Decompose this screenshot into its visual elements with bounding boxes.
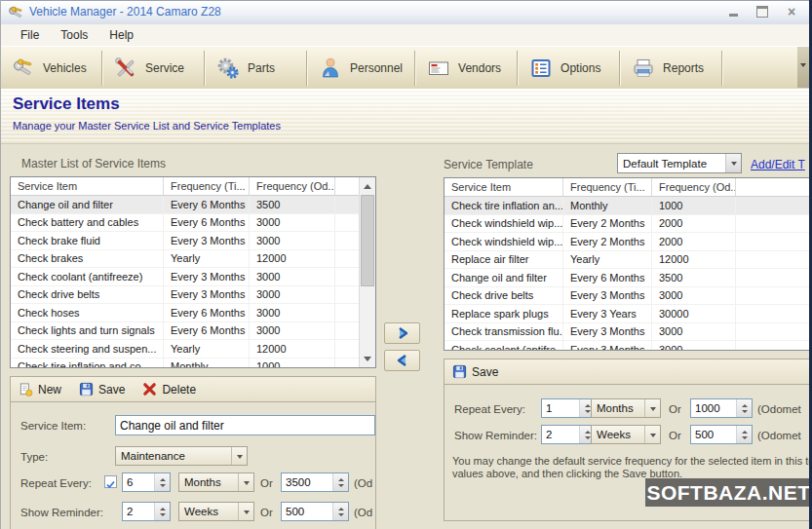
- toolbar-overflow-button[interactable]: [797, 47, 809, 88]
- add-edit-templates-link[interactable]: Add/Edit T: [751, 158, 805, 171]
- maximize-button[interactable]: [755, 5, 769, 19]
- printer-icon: [632, 57, 655, 80]
- stepper-arrows-icon[interactable]: [154, 503, 170, 520]
- reminder-odometer-stepper[interactable]: 500: [281, 502, 349, 521]
- menu-file[interactable]: File: [10, 26, 50, 44]
- scrollbar-thumb[interactable]: [361, 195, 374, 286]
- stepper-arrows-icon[interactable]: [736, 426, 752, 443]
- column-header[interactable]: Frequency (Od...: [250, 177, 335, 195]
- new-label: New: [38, 383, 61, 397]
- template-reminder-unit-dropdown[interactable]: Weeks: [591, 425, 661, 444]
- table-row[interactable]: Change oil and filterEvery 6 Months3500: [445, 269, 812, 287]
- stepper-arrows-icon[interactable]: [332, 473, 348, 491]
- repeat-checkbox[interactable]: [104, 475, 117, 488]
- scroll-down-icon[interactable]: [360, 351, 375, 367]
- table-row[interactable]: Replace spark plugsEvery 3 Years30000: [445, 305, 812, 323]
- repeat-odometer-stepper[interactable]: 3500: [281, 472, 349, 492]
- repeat-value-stepper[interactable]: 6: [122, 472, 171, 492]
- save-floppy-icon: [452, 364, 467, 379]
- template-table-body: Check tire inflation an...Monthly1000Che…: [445, 197, 812, 350]
- type-dropdown[interactable]: Maintenance: [115, 446, 248, 466]
- table-row[interactable]: Check tire inflation and co...Monthly100…: [11, 359, 359, 368]
- move-left-button[interactable]: [384, 350, 420, 371]
- table-row[interactable]: Check hosesEvery 6 Months3000: [11, 304, 359, 322]
- table-row[interactable]: Check tire inflation an...Monthly1000: [445, 197, 812, 215]
- template-repeat-stepper[interactable]: 1: [541, 398, 596, 418]
- repeat-unit-dropdown[interactable]: Months: [178, 472, 254, 492]
- parts-button[interactable]: Parts: [205, 50, 306, 87]
- reminder-value: 2: [123, 503, 154, 520]
- template-repeat-unit-dropdown[interactable]: Months: [591, 398, 661, 418]
- scroll-up-icon[interactable]: [360, 177, 375, 194]
- table-cell: [335, 232, 359, 249]
- column-header[interactable]: Frequency (Od...: [652, 178, 736, 196]
- stepper-arrows-icon[interactable]: [736, 399, 752, 417]
- service-button[interactable]: Service: [102, 50, 204, 87]
- reminder-unit-dropdown[interactable]: Weeks: [178, 502, 254, 521]
- template-selector-value: Default Template: [618, 158, 725, 170]
- note-line-1: You may change the default service frequ…: [452, 455, 812, 468]
- table-cell: [736, 197, 812, 214]
- column-header[interactable]: Frequency (Ti...: [563, 178, 652, 196]
- column-header[interactable]: Service Item: [445, 178, 563, 196]
- or-label: Or: [260, 477, 273, 489]
- menu-help[interactable]: Help: [98, 26, 144, 44]
- table-cell: Check coolant (antifreeze): [11, 268, 164, 285]
- table-row[interactable]: Check coolant (antifreeze)Every 3 Months…: [11, 268, 359, 286]
- table-row[interactable]: Check brakesYearly12000: [11, 250, 359, 269]
- minimize-button[interactable]: [726, 5, 740, 19]
- table-row[interactable]: Check brake fluidEvery 3 Months3000: [11, 232, 359, 250]
- table-cell: Yearly: [164, 250, 250, 268]
- move-right-button[interactable]: [384, 322, 420, 344]
- close-button[interactable]: ×: [785, 5, 798, 19]
- options-button[interactable]: Options: [518, 50, 619, 87]
- column-header[interactable]: Frequency (Ti...: [164, 177, 250, 195]
- reminder-unit-value: Weeks: [592, 429, 644, 440]
- table-cell: Yearly: [563, 251, 652, 269]
- menu-tools[interactable]: Tools: [50, 26, 98, 44]
- template-reminder-stepper[interactable]: 2: [541, 425, 596, 444]
- new-button[interactable]: New: [19, 382, 61, 397]
- table-cell: [736, 287, 812, 305]
- delete-button[interactable]: Delete: [142, 382, 196, 397]
- vertical-scrollbar[interactable]: [359, 177, 375, 367]
- table-row[interactable]: Check battery and cablesEvery 6 Months30…: [11, 214, 359, 233]
- vendors-button[interactable]: Vendors: [415, 50, 517, 87]
- reminder-value-stepper[interactable]: 2: [122, 502, 171, 521]
- chevron-down-icon: [644, 426, 660, 443]
- table-row[interactable]: Check drive beltsEvery 3 Months3000: [11, 286, 359, 305]
- personnel-button[interactable]: Personnel: [307, 50, 414, 87]
- table-row[interactable]: Check lights and turn signalsEvery 6 Mon…: [11, 322, 359, 341]
- stepper-arrows-icon[interactable]: [154, 473, 170, 491]
- column-header[interactable]: Service Item: [11, 177, 164, 195]
- table-row[interactable]: Check coolant (antifre...Every 3 Months3…: [445, 341, 812, 350]
- template-save-button[interactable]: Save: [452, 364, 498, 379]
- table-cell: [335, 196, 359, 213]
- table-row[interactable]: Check drive beltsEvery 3 Months3000: [445, 287, 812, 306]
- chevron-down-icon: [644, 399, 660, 417]
- repeat-unit-value: Months: [592, 402, 644, 414]
- table-row[interactable]: Replace air filterYearly12000: [445, 251, 812, 270]
- options-list-icon: [529, 57, 553, 80]
- table-cell: Monthly: [164, 359, 250, 368]
- vehicles-button[interactable]: Vehicles: [0, 50, 101, 87]
- template-selector-dropdown[interactable]: Default Template: [617, 153, 742, 173]
- stepper-arrows-icon[interactable]: [332, 503, 348, 520]
- save-button[interactable]: Save: [79, 382, 125, 397]
- table-cell: Check hoses: [11, 304, 164, 321]
- service-item-input[interactable]: [115, 415, 375, 435]
- table-row[interactable]: Check transmission flu...Every 3 Months3…: [445, 323, 812, 342]
- title-bar[interactable]: Vehicle Manager - 2014 Camaro Z28 ×: [0, 0, 812, 25]
- reports-button[interactable]: Reports: [620, 50, 721, 87]
- table-row[interactable]: Change oil and filterEvery 6 Months3500: [11, 196, 359, 214]
- table-row[interactable]: Check windshield wip...Every 2 Months200…: [445, 215, 812, 234]
- reminder-value: 2: [542, 426, 579, 443]
- table-cell: Every 6 Months: [164, 214, 250, 232]
- template-repeat-odometer-stepper[interactable]: 1000: [690, 398, 753, 418]
- template-reminder-odometer-stepper[interactable]: 500: [690, 425, 753, 444]
- table-row[interactable]: Check windshield wip...Every 2 Months200…: [445, 233, 812, 251]
- table-row[interactable]: Check steering and suspen...Yearly12000: [11, 340, 359, 359]
- business-card-icon: [427, 57, 450, 80]
- table-cell: 3000: [652, 323, 736, 341]
- table-cell: Check windshield wip...: [445, 215, 563, 233]
